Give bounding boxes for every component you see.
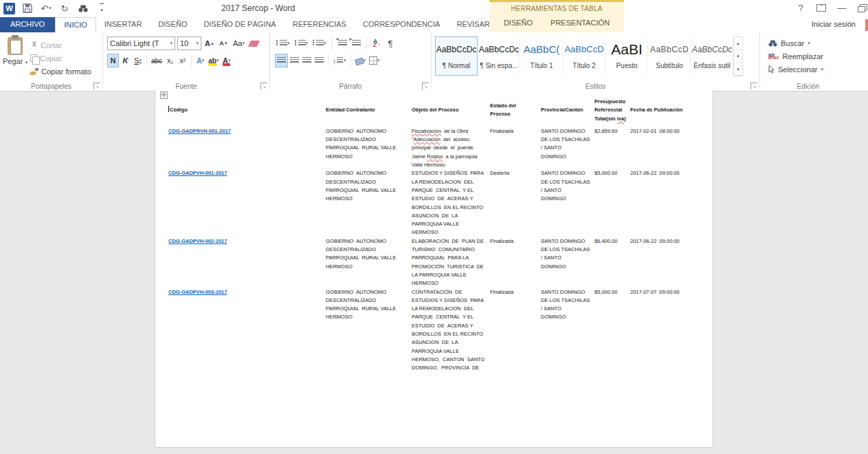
- align-right-button[interactable]: [301, 54, 313, 67]
- styles-gallery: AaBbCcDc¶ NormalAaBbCcDc¶ Sin espa...AaB…: [435, 36, 759, 76]
- font-dialog-launcher[interactable]: ↘: [260, 83, 267, 89]
- undo-button[interactable]: ↶▾: [40, 2, 52, 14]
- find-button-qat[interactable]: [77, 2, 89, 14]
- align-left-button[interactable]: [275, 54, 288, 67]
- show-marks-button[interactable]: ¶: [385, 36, 397, 50]
- align-center-button[interactable]: [289, 54, 300, 67]
- table-header-row: CódigoEntidad ContratanteObjeto del Proc…: [168, 98, 711, 127]
- tab-insertar[interactable]: INSERTAR: [96, 17, 151, 32]
- replace-button[interactable]: ab⇄ac Reemplazar: [768, 50, 856, 63]
- style-preview: AaBbCcD: [564, 41, 605, 59]
- shading-button[interactable]: ▾: [354, 54, 368, 67]
- text-effects-button[interactable]: A ▾: [194, 54, 206, 67]
- paste-icon: [8, 37, 23, 55]
- style-título-2[interactable]: AaBbCcDTítulo 2: [563, 36, 605, 76]
- style-preview: AaBbC(: [521, 41, 562, 59]
- eraser-icon: [248, 41, 260, 47]
- clear-formatting-button[interactable]: [248, 36, 260, 50]
- styles-group: AaBbCcDc¶ NormalAaBbCcDc¶ Sin espa...AaB…: [432, 32, 760, 91]
- cell-entidad: GOBIERNO AUTONOMO DESCENTRALIZADO PARROQ…: [326, 127, 412, 169]
- grow-font-button[interactable]: A▲: [203, 36, 216, 50]
- table-move-handle[interactable]: ✛: [160, 91, 168, 99]
- restore-button[interactable]: [858, 4, 867, 12]
- sign-in-link[interactable]: Iniciar sesión: [812, 20, 856, 28]
- customize-qat-button[interactable]: ▔▾: [96, 2, 108, 14]
- column-header: Código: [168, 98, 326, 127]
- style-énfasis-sutil[interactable]: AaBbCcDcÉnfasis sutil: [691, 36, 733, 76]
- find-button[interactable]: Buscar ▾: [768, 36, 856, 50]
- tab-referencias[interactable]: REFERENCIAS: [285, 17, 355, 32]
- cell-fecha: 2017-07-07 09:00:00: [630, 288, 711, 373]
- table-tools-contextual-header: HERRAMIENTAS DE TABLA DISEÑOPRESENTACIÓN: [489, 0, 624, 32]
- subscript-button[interactable]: x₂: [164, 54, 176, 67]
- redo-button[interactable]: ↻: [58, 2, 71, 14]
- font-color-button[interactable]: A ▾: [221, 54, 232, 67]
- help-button[interactable]: ?: [796, 3, 805, 13]
- contextual-tab-presentación[interactable]: PRESENTACIÓN: [542, 17, 619, 28]
- underline-button[interactable]: S ▾: [132, 54, 144, 67]
- cell-entidad: GOBIERNO AUTONOMO DESCENTRALIZADO PARROQ…: [326, 288, 412, 373]
- styles-dialog-launcher[interactable]: ↘: [750, 83, 757, 89]
- format-painter-button[interactable]: Copiar formato: [30, 65, 91, 78]
- line-spacing-button[interactable]: ↕▾: [331, 54, 348, 67]
- ribbon-display-options-button[interactable]: ⌃: [816, 4, 826, 12]
- styles-gallery-scrollbar[interactable]: ▲▼▼: [733, 36, 743, 76]
- clipboard-dialog-launcher[interactable]: ↘: [93, 83, 100, 89]
- increase-indent-button[interactable]: [350, 36, 362, 50]
- style-puesto[interactable]: AaBIPuesto: [605, 36, 648, 76]
- table-row: CDG-GADPVH-002-2017GOBIERNO AUTONOMO DES…: [168, 237, 711, 288]
- multilevel-list-button[interactable]: ▾: [311, 36, 328, 50]
- align-right-icon: [302, 57, 311, 64]
- style-name: Puesto: [606, 62, 647, 69]
- style-preview: AaBbCcD: [649, 41, 690, 59]
- font-name-combo[interactable]: Calibri Light (T▾: [107, 36, 175, 50]
- style-preview: AaBbCcDc: [436, 41, 477, 59]
- change-case-button[interactable]: Aa ▾: [232, 36, 246, 50]
- bullets-button[interactable]: ▾: [275, 36, 291, 50]
- process-code-link[interactable]: CDG-GADPRVH-001-2017: [168, 128, 231, 134]
- tab-inicio[interactable]: INICIO: [55, 17, 96, 32]
- multilevel-list-icon: [313, 40, 324, 47]
- bold-button[interactable]: N: [107, 54, 119, 67]
- paragraph-dialog-launcher[interactable]: ↘: [422, 83, 429, 89]
- document-area: ✛ CódigoEntidad ContratanteObjeto del Pr…: [0, 92, 868, 454]
- style-sin-espa[interactable]: AaBbCcDc¶ Sin espa...: [478, 36, 520, 76]
- borders-button[interactable]: ▾: [368, 54, 381, 67]
- style-normal[interactable]: AaBbCcDc¶ Normal: [435, 36, 478, 76]
- contextual-tab-diseño[interactable]: DISEÑO: [495, 17, 542, 28]
- minimize-button[interactable]: —: [837, 3, 847, 13]
- scissors-icon: [30, 41, 38, 49]
- process-code-link[interactable]: CDG-GADPVH-002-2017: [168, 238, 227, 244]
- save-button[interactable]: [21, 2, 34, 14]
- column-header: Estado del Proceso: [490, 98, 541, 127]
- tab-correspondencia[interactable]: CORRESPONDENCIA: [355, 17, 448, 32]
- justify-button[interactable]: [313, 54, 325, 67]
- numbering-button[interactable]: ▾: [293, 36, 310, 50]
- quick-access-toolbar: W ↶▾ ↻ ▔▾: [3, 2, 108, 14]
- document-page[interactable]: ✛ CódigoEntidad ContratanteObjeto del Pr…: [155, 90, 713, 448]
- superscript-button[interactable]: x²: [177, 54, 188, 67]
- select-button[interactable]: Seleccionar ▾: [768, 63, 856, 76]
- title-bar: W ↶▾ ↻ ▔▾ 2017 Sercop - Word ? ⌃ —: [0, 0, 868, 17]
- tab-archivo[interactable]: ARCHIVO: [0, 17, 55, 32]
- highlight-color-button[interactable]: ab ▾: [207, 54, 220, 67]
- tab-diseño[interactable]: DISEÑO: [150, 17, 195, 32]
- process-code-link[interactable]: CDG-GADPVH-003-2017: [168, 289, 227, 295]
- sort-button[interactable]: AZ↓: [371, 36, 383, 50]
- style-name: ¶ Normal: [436, 62, 477, 69]
- format-painter-icon: [30, 68, 38, 75]
- cell-fecha: 2017-02-01 08:00:00: [630, 127, 711, 169]
- decrease-indent-button[interactable]: [337, 36, 348, 50]
- font-size-combo[interactable]: 10▾: [177, 36, 201, 50]
- shrink-font-button[interactable]: A▼: [218, 36, 230, 50]
- strikethrough-button[interactable]: abc: [150, 54, 164, 67]
- copy-button[interactable]: Copiar: [30, 52, 91, 65]
- cut-button[interactable]: Cortar: [30, 39, 91, 52]
- style-título-1[interactable]: AaBbC(Título 1: [520, 36, 563, 76]
- italic-button[interactable]: K: [120, 54, 131, 67]
- process-code-link[interactable]: CDG-GADPVH-001-2017: [168, 170, 227, 176]
- cell-presupuesto: $2,659.69: [594, 127, 630, 169]
- tab-diseño-de-página[interactable]: DISEÑO DE PÁGINA: [196, 17, 285, 32]
- style-subtítulo[interactable]: AaBbCcDSubtítulo: [648, 36, 691, 76]
- cell-presupuesto: $6,400.00: [594, 237, 630, 288]
